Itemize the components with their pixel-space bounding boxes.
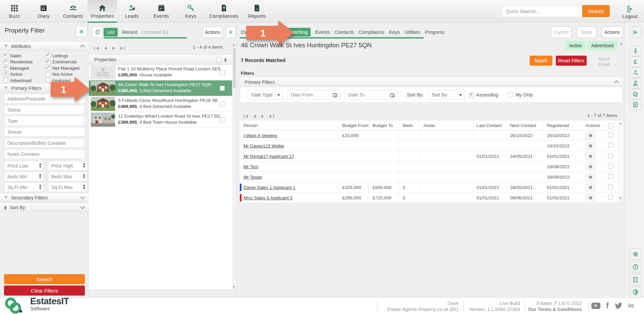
secondary-filters-section-header[interactable]: Secondary Filters — [0, 193, 88, 202]
list-actions-button[interactable]: Actions — [203, 26, 222, 38]
col-beds[interactable]: Beds — [399, 121, 420, 130]
col-budget-to[interactable]: Budget To — [369, 121, 399, 130]
filter-checkbox-commercial[interactable]: Commercial — [46, 59, 79, 65]
filter-checkbox-not-active[interactable]: Not Active — [46, 71, 79, 78]
date-from-input[interactable] — [287, 90, 340, 100]
send-email-button[interactable]: Send Email — [590, 56, 618, 66]
sort-by-select[interactable]: Sort By — [428, 90, 465, 100]
person-link[interactable]: Miss Sales 5 Applicant 5 — [244, 195, 292, 200]
prev-page-button[interactable] — [104, 47, 107, 50]
person-link[interactable]: Mr Davey123 Weller — [244, 143, 284, 148]
primary-filters-section-header[interactable]: Primary Filters — [0, 83, 88, 92]
documents-button[interactable] — [630, 100, 641, 110]
col-budget-from[interactable]: Budget From — [338, 121, 369, 130]
nav-compliances[interactable]: Compliances — [206, 0, 242, 22]
offers-button[interactable] — [630, 67, 641, 78]
tab-details[interactable]: Details — [266, 29, 280, 35]
collapse-panel-button[interactable] — [630, 26, 641, 38]
row-checkbox[interactable] — [608, 143, 613, 148]
sqft-min-input[interactable] — [4, 182, 44, 192]
date-to-field[interactable] — [344, 90, 397, 100]
col-person[interactable]: Person — [240, 121, 338, 130]
match-button[interactable]: Match — [530, 56, 552, 66]
person-link[interactable]: Mr Tester — [244, 175, 262, 180]
col-registered[interactable]: Registered — [543, 121, 582, 130]
prev-page-button[interactable] — [254, 115, 256, 118]
property-checkbox[interactable] — [220, 70, 225, 75]
filter-checkbox-managed[interactable]: Managed — [3, 65, 46, 71]
help-button[interactable] — [630, 261, 641, 272]
filter-checkbox-featured[interactable]: Featured — [46, 77, 79, 84]
spinner-icon[interactable]: ▲▼ — [83, 162, 85, 168]
facebook-icon[interactable]: f — [606, 302, 609, 309]
nav-keys[interactable]: Keys — [176, 0, 206, 22]
address-postcode-input[interactable] — [4, 94, 85, 104]
nav-buzz[interactable]: Buzz — [0, 0, 29, 22]
type-input[interactable] — [4, 116, 85, 126]
ascending-checkbox[interactable] — [469, 92, 474, 98]
description-bullets-input[interactable] — [4, 138, 85, 148]
sidebar-search-button[interactable]: Search — [4, 274, 85, 284]
tab-progress[interactable]: Progress — [425, 29, 444, 35]
scroll-up-icon[interactable]: ▲ — [620, 122, 622, 125]
tab-utilities[interactable]: Utilities — [405, 29, 420, 35]
col-areas[interactable]: Areas — [420, 121, 473, 130]
scrollbar-thumb[interactable] — [233, 48, 235, 88]
next-page-button[interactable] — [262, 115, 264, 118]
property-row-selected[interactable]: 46 Crown Walk St Ives Huntingdon PE27 5Q… — [89, 80, 232, 96]
applicants-button[interactable] — [630, 46, 641, 56]
table-scrollbar[interactable]: ▲ ▼ — [619, 121, 623, 201]
select-all-checkbox[interactable] — [216, 57, 221, 62]
my-only-checkbox[interactable] — [508, 92, 513, 98]
scroll-up-icon[interactable]: ▲ — [233, 43, 235, 46]
date-to-input[interactable] — [345, 90, 397, 100]
spinner-icon[interactable]: ▲▼ — [83, 184, 85, 190]
tenure-input[interactable] — [4, 127, 85, 137]
first-page-button[interactable] — [244, 115, 248, 118]
clear-filters-button[interactable]: Clear Filters — [4, 286, 85, 296]
twitter-icon[interactable] — [614, 302, 623, 309]
price-high-input[interactable] — [48, 161, 88, 171]
filter-checkbox-active[interactable]: Active — [3, 71, 46, 78]
calendar-icon[interactable] — [390, 92, 395, 98]
row-actions-button[interactable] — [586, 194, 595, 202]
list-close-button[interactable]: ✕ — [226, 26, 236, 38]
sort-arrows-icon[interactable]: ▲▼ — [224, 57, 227, 62]
scroll-down-icon[interactable]: ▼ — [620, 197, 622, 200]
filter-checkbox-lettings[interactable]: Lettings — [46, 53, 79, 59]
table-row[interactable]: Mr Rental17 Applicant 17 01/01/202124/05… — [240, 151, 619, 162]
status-input[interactable] — [4, 105, 85, 115]
property-row[interactable]: 🗇 NO IMAGEAVAILABLE Flat 1 10 Mulberry P… — [89, 65, 232, 80]
table-row[interactable]: I Want A Viewing £10,000 26/10/2022 25/1… — [240, 130, 619, 141]
table-row[interactable]: Dame Sales 1 Applicant 1 £325,000£555,00… — [240, 182, 619, 193]
row-actions-button[interactable] — [586, 152, 595, 160]
person-link[interactable]: I Want A Viewing — [244, 133, 277, 138]
calendar-icon[interactable] — [332, 92, 337, 98]
contacts-shortcut-button[interactable] — [630, 78, 641, 88]
property-checkbox[interactable] — [220, 117, 225, 122]
row-actions-button[interactable] — [586, 163, 595, 171]
save-button[interactable]: Save — [577, 26, 597, 38]
tab-recent[interactable]: Recent — [122, 29, 138, 35]
nav-events[interactable]: Events — [147, 0, 176, 22]
spinner-icon[interactable]: ▲▼ — [39, 173, 41, 179]
table-row[interactable]: Miss Sales 5 Applicant 5 £295,000£720,00… — [240, 193, 619, 203]
reset-filters-button[interactable]: Reset Filters — [556, 56, 587, 66]
tab-contacts[interactable]: Contacts — [335, 29, 354, 35]
sidebar-close-button[interactable]: ✕ — [76, 26, 87, 37]
col-last-contact[interactable]: Last Contact — [473, 121, 506, 130]
refresh-button[interactable] — [92, 26, 103, 38]
tab-list[interactable]: List — [104, 28, 118, 37]
tab-events[interactable]: Events — [315, 29, 330, 35]
row-checkbox[interactable] — [608, 174, 613, 179]
nav-leads[interactable]: Leads — [117, 0, 147, 22]
youtube-icon[interactable] — [591, 303, 600, 309]
list-scrollbar[interactable]: ▲ ▼ — [232, 43, 236, 289]
sales-button[interactable]: £ — [630, 57, 641, 67]
person-link[interactable]: Dame Sales 1 Applicant 1 — [244, 185, 296, 190]
row-actions-button[interactable] — [586, 173, 595, 181]
quick-search-button[interactable]: Search — [582, 5, 610, 17]
properties-shortcut-button[interactable] — [630, 89, 641, 99]
table-row[interactable]: Mr Tester 16/09/2022 — [240, 172, 619, 182]
tab-unsaved[interactable]: Unsaved (0) — [142, 29, 168, 35]
